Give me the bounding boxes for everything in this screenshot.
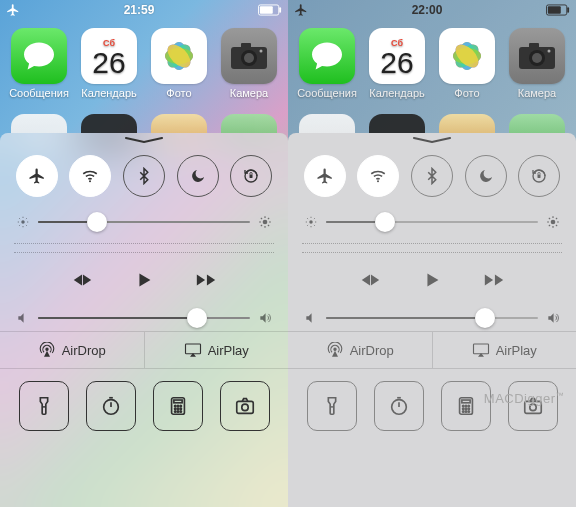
svg-point-107 xyxy=(462,411,463,412)
calculator-button[interactable] xyxy=(153,381,203,431)
timer-button[interactable] xyxy=(374,381,424,431)
svg-line-80 xyxy=(307,218,308,219)
svg-point-50 xyxy=(180,408,181,409)
camera-button[interactable] xyxy=(220,381,270,431)
home-row-1: Сообщения Сб 26 Календарь xyxy=(288,24,576,99)
svg-line-83 xyxy=(314,218,315,219)
svg-point-96 xyxy=(391,400,406,415)
svg-rect-54 xyxy=(236,401,253,413)
svg-point-84 xyxy=(551,220,556,225)
calendar-icon: Сб 26 xyxy=(81,28,137,84)
app-calendar[interactable]: Сб 26 Календарь xyxy=(79,28,139,99)
flashlight-button[interactable] xyxy=(307,381,357,431)
calculator-icon xyxy=(455,395,477,417)
camera-icon xyxy=(234,395,256,417)
svg-rect-94 xyxy=(473,344,488,354)
svg-point-106 xyxy=(468,408,469,409)
timer-button[interactable] xyxy=(86,381,136,431)
svg-point-105 xyxy=(465,408,466,409)
sheet-grabber-icon[interactable] xyxy=(413,137,451,143)
previous-track-button[interactable] xyxy=(71,269,93,295)
messages-icon xyxy=(11,28,67,84)
timer-icon xyxy=(100,395,122,417)
svg-rect-58 xyxy=(548,6,561,13)
app-messages[interactable]: Сообщения xyxy=(9,28,69,99)
svg-point-40 xyxy=(103,400,118,415)
airplay-button[interactable]: AirPlay xyxy=(432,332,577,368)
app-camera[interactable]: Камера xyxy=(507,28,567,99)
app-camera[interactable]: Камера xyxy=(219,28,279,99)
bluetooth-toggle[interactable] xyxy=(411,155,453,197)
svg-point-49 xyxy=(177,408,178,409)
status-time: 21:59 xyxy=(124,3,155,17)
rotation-lock-toggle[interactable] xyxy=(518,155,560,197)
airplane-toggle[interactable] xyxy=(304,155,346,197)
airplane-status-icon xyxy=(294,3,308,17)
svg-rect-68 xyxy=(529,43,539,49)
svg-point-52 xyxy=(177,411,178,412)
sheet-grabber-icon[interactable] xyxy=(125,137,163,143)
svg-line-27 xyxy=(26,218,27,219)
svg-point-47 xyxy=(180,405,181,406)
svg-rect-44 xyxy=(173,400,181,403)
play-button[interactable] xyxy=(421,269,443,295)
brightness-high-icon xyxy=(546,215,560,229)
svg-point-109 xyxy=(468,411,469,412)
svg-rect-57 xyxy=(567,7,569,13)
airplay-button[interactable]: AirPlay xyxy=(144,332,289,368)
panel-left: 21:59 Сообщения Сб 26 Календарь xyxy=(0,0,288,507)
wifi-toggle[interactable] xyxy=(357,155,399,197)
svg-point-103 xyxy=(468,405,469,406)
calendar-icon: Сб 26 xyxy=(369,28,425,84)
separator xyxy=(302,252,562,253)
previous-track-button[interactable] xyxy=(359,269,381,295)
airplane-toggle[interactable] xyxy=(16,155,58,197)
svg-point-72 xyxy=(377,180,379,182)
svg-point-102 xyxy=(465,405,466,406)
rotation-lock-toggle[interactable] xyxy=(230,155,272,197)
next-track-button[interactable] xyxy=(483,269,505,295)
brightness-low-icon xyxy=(304,215,318,229)
volume-slider[interactable] xyxy=(0,305,288,331)
svg-line-33 xyxy=(261,218,262,219)
media-controls xyxy=(0,261,288,305)
airdrop-button[interactable]: AirDrop xyxy=(0,332,144,368)
brightness-slider[interactable] xyxy=(288,209,576,235)
app-calendar[interactable]: Сб 26 Календарь xyxy=(367,28,427,99)
svg-line-24 xyxy=(19,218,20,219)
quick-launch-row xyxy=(0,369,288,443)
volume-slider[interactable] xyxy=(288,305,576,331)
messages-icon xyxy=(299,28,355,84)
svg-point-28 xyxy=(263,220,268,225)
airplay-icon xyxy=(472,342,490,358)
svg-line-82 xyxy=(307,225,308,226)
status-bar: 21:59 xyxy=(0,0,288,20)
svg-point-48 xyxy=(174,408,175,409)
brightness-slider[interactable] xyxy=(0,209,288,235)
share-row: AirDrop AirPlay xyxy=(288,331,576,369)
flashlight-button[interactable] xyxy=(19,381,69,431)
svg-line-34 xyxy=(268,225,269,226)
dnd-toggle[interactable] xyxy=(465,155,507,197)
volume-low-icon xyxy=(16,311,30,325)
dnd-toggle[interactable] xyxy=(177,155,219,197)
calculator-icon xyxy=(167,395,189,417)
next-track-button[interactable] xyxy=(195,269,217,295)
photos-icon xyxy=(439,28,495,84)
comparison-container: 21:59 Сообщения Сб 26 Календарь xyxy=(0,0,576,507)
wifi-toggle[interactable] xyxy=(69,155,111,197)
airdrop-icon xyxy=(38,342,56,358)
svg-rect-74 xyxy=(538,175,541,178)
app-messages[interactable]: Сообщения xyxy=(297,28,357,99)
airdrop-button[interactable]: AirDrop xyxy=(288,332,432,368)
bluetooth-toggle[interactable] xyxy=(123,155,165,197)
svg-rect-1 xyxy=(279,7,281,13)
svg-point-51 xyxy=(174,411,175,412)
status-time: 22:00 xyxy=(412,3,443,17)
play-button[interactable] xyxy=(133,269,155,295)
watermark: MACDigger™ xyxy=(484,391,564,406)
app-photos[interactable]: Фото xyxy=(149,28,209,99)
panel-right: 22:00 Сообщения Сб 26 Календарь xyxy=(288,0,576,507)
app-photos[interactable]: Фото xyxy=(437,28,497,99)
svg-point-19 xyxy=(21,220,25,224)
